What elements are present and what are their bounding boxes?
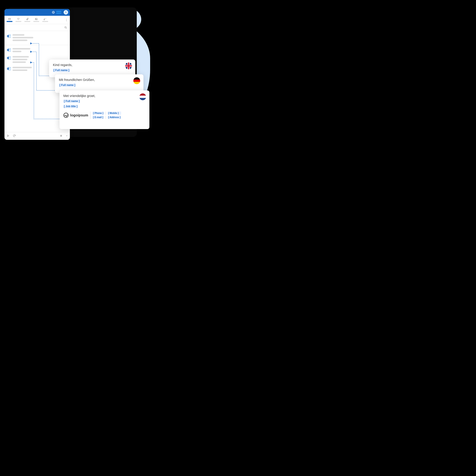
more-menu-button[interactable]: ⋮	[65, 18, 68, 21]
toolbar-item-modules[interactable]	[16, 18, 21, 22]
closing-text: Met vriendelijke groet,	[63, 94, 146, 98]
item-placeholder	[13, 34, 33, 41]
signature-card-de: Mit freundlichen Grüßen, [ Full name ]	[55, 74, 143, 93]
item-placeholder	[13, 67, 32, 71]
logo: logoipsum	[63, 113, 88, 118]
svg-point-5	[36, 18, 36, 19]
svg-rect-22	[133, 77, 140, 80]
outlook-icon: O	[7, 48, 11, 52]
closing-text: Mit freundlichen Grüßen,	[59, 78, 140, 82]
flag-de-icon	[133, 77, 140, 84]
refresh-icon[interactable]	[13, 134, 16, 138]
closing-text: Kind regards,	[53, 63, 131, 67]
fullname-token[interactable]: [ Full name ]	[53, 68, 70, 72]
svg-rect-3	[8, 18, 11, 20]
email-token[interactable]: [ E-mail ]	[92, 116, 104, 119]
avatar-button[interactable]	[64, 10, 68, 15]
flag-nl-icon	[139, 93, 146, 100]
toolbar-item-mail[interactable]	[7, 18, 13, 22]
toolbar-item-media[interactable]	[42, 18, 48, 22]
outlook-icon: O	[7, 56, 11, 60]
svg-point-28	[64, 113, 68, 118]
svg-rect-6	[44, 19, 45, 20]
signature-card-nl: Met vriendelijke groet, [ Full name ] [ …	[59, 90, 149, 129]
svg-rect-26	[139, 96, 146, 98]
outlook-icon: O	[7, 67, 11, 71]
outlook-icon: O	[7, 34, 11, 38]
toolbar: ⋮	[4, 16, 70, 24]
svg-text:O: O	[7, 57, 9, 59]
paperclip-icon	[26, 18, 29, 20]
search-bar	[4, 24, 70, 31]
mail-icon	[8, 18, 11, 20]
image-icon	[35, 18, 38, 20]
svg-text:O: O	[7, 49, 9, 51]
flag-uk-icon	[125, 62, 132, 69]
signature-details: logoipsum [ Phone ] [ Mobile ] [ E-mail …	[63, 111, 146, 119]
svg-point-7	[65, 26, 66, 28]
lines-icon[interactable]	[60, 134, 62, 138]
search-icon[interactable]	[64, 26, 67, 29]
svg-rect-23	[133, 80, 140, 82]
phone-token[interactable]: [ Phone ]	[92, 111, 104, 115]
toolbar-item-gallery[interactable]	[33, 18, 39, 22]
item-placeholder	[13, 56, 29, 63]
item-placeholder	[13, 48, 30, 52]
fullname-token[interactable]: [ Full name ]	[63, 99, 80, 103]
globe-icon[interactable]	[52, 11, 55, 14]
address-token[interactable]: [ Address ]	[108, 116, 121, 119]
list-item[interactable]: O	[7, 34, 68, 41]
svg-text:O: O	[7, 68, 9, 70]
svg-rect-24	[133, 82, 140, 84]
chevron-down-icon[interactable]	[66, 135, 68, 137]
svg-point-2	[65, 11, 66, 12]
svg-rect-25	[139, 93, 146, 96]
app-titlebar	[4, 9, 70, 16]
media-icon	[44, 18, 47, 20]
jobtitle-token[interactable]: [ Job title ]	[63, 105, 78, 108]
titlebar-menu-button[interactable]	[56, 11, 61, 14]
list-item[interactable]: O	[7, 48, 68, 52]
svg-text:O: O	[7, 35, 9, 37]
play-icon[interactable]	[7, 134, 10, 138]
bottom-bar	[4, 132, 70, 140]
logo-text: logoipsum	[70, 113, 88, 117]
fullname-token[interactable]: [ Full name ]	[59, 83, 76, 87]
toolbar-item-attach[interactable]	[24, 18, 30, 22]
mobile-token[interactable]: [ Mobile ]	[108, 111, 121, 115]
cube-icon	[17, 18, 20, 20]
